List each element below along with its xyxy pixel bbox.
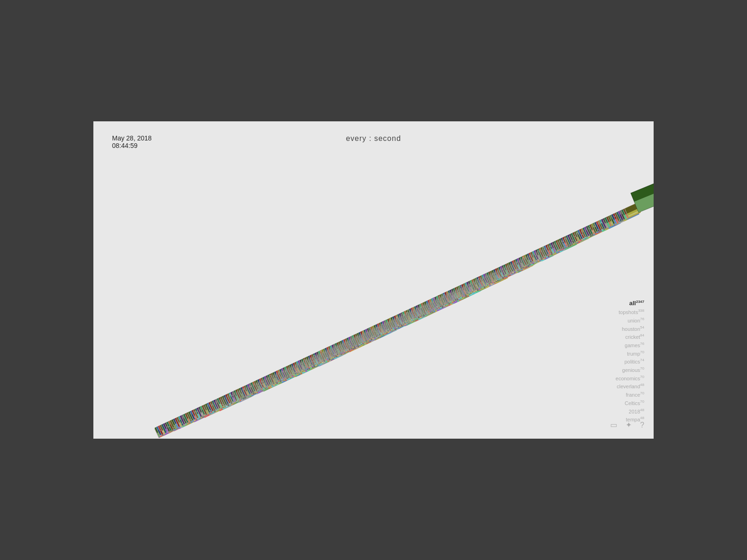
main-container: May 28, 2018 08:44:59 every : second all…: [93, 121, 654, 439]
category-item-2018[interactable]: 201848: [616, 407, 644, 416]
visualization-canvas[interactable]: [93, 121, 654, 439]
category-item-cricket[interactable]: cricket84: [616, 333, 644, 341]
category-item-france[interactable]: france70: [616, 391, 644, 399]
category-list: all2347topshots338union76houston54cricke…: [616, 299, 644, 424]
category-item-union[interactable]: union76: [616, 316, 644, 325]
category-item-games[interactable]: games76: [616, 341, 644, 350]
bookmark-icon[interactable]: ▭: [610, 420, 617, 429]
category-item-politics[interactable]: politics74: [616, 357, 644, 366]
category-item-cleverland[interactable]: cleverland48: [616, 382, 644, 391]
category-item-Celtics[interactable]: Celtics70: [616, 399, 644, 407]
category-item-trump[interactable]: trump70: [616, 350, 644, 358]
help-icon[interactable]: ?: [640, 421, 644, 429]
category-item-economics[interactable]: economics70: [616, 374, 644, 383]
category-item-genious[interactable]: genious70: [616, 366, 644, 374]
category-item-houston[interactable]: houston54: [616, 325, 644, 333]
bottom-icons-bar: ▭ ✦ ?: [610, 420, 644, 429]
category-item-all[interactable]: all2347: [616, 299, 644, 308]
category-item-topshots[interactable]: topshots338: [616, 308, 644, 316]
share-icon[interactable]: ✦: [626, 420, 632, 429]
